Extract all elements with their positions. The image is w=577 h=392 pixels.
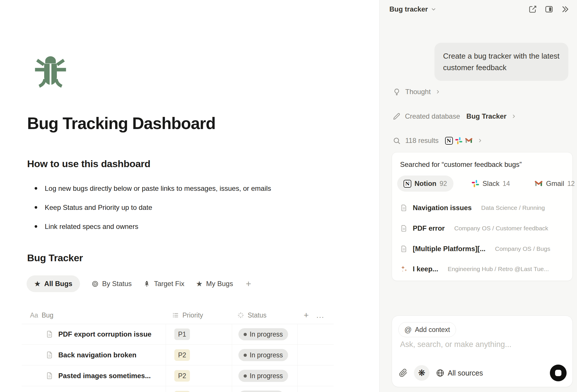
search-results-card: Searched for “customer feedback bugs” N …	[392, 152, 573, 281]
status-property-icon	[237, 312, 244, 319]
bug-page-icon[interactable]	[32, 53, 69, 88]
status-dot	[244, 333, 247, 336]
column-label: Priority	[182, 311, 203, 319]
search-result-item[interactable]: PDF error Company OS / Customer feedback	[400, 221, 566, 235]
composer-input[interactable]	[400, 340, 562, 349]
table-row[interactable]	[22, 386, 334, 392]
view-tab-label: All Bugs	[44, 280, 72, 288]
target-icon	[92, 280, 99, 288]
bullet-text: Link related specs and owners	[45, 222, 138, 231]
bullet-marker	[35, 206, 37, 209]
document-icon	[400, 245, 408, 253]
at-sign-icon: @	[404, 326, 412, 334]
view-tab-target-fix[interactable]: Target Fix	[143, 275, 184, 292]
result-title: [Multiple Platforms][...	[413, 245, 485, 253]
chevron-right-icon	[435, 89, 440, 94]
source-logos: N	[445, 137, 473, 145]
search-result-item[interactable]: I keep... Engineering Hub / Retro @Last …	[400, 262, 566, 276]
composer: @ Add context ❋ All sources	[392, 316, 573, 387]
add-view-button[interactable]: +	[246, 279, 251, 289]
star-icon: ★	[196, 280, 203, 288]
openai-icon: ❋	[418, 369, 425, 377]
source-name: Slack	[483, 180, 500, 188]
document-icon	[400, 225, 408, 232]
priority-cell[interactable]	[174, 391, 190, 392]
search-result-item[interactable]: Navigation issues Data Science / Running	[400, 201, 566, 215]
source-name: Gmail	[546, 180, 564, 188]
add-column-button[interactable]: +	[304, 307, 309, 324]
view-tab-label: Target Fix	[154, 280, 184, 288]
bullet-item: Keep Status and Priority up to date	[35, 203, 271, 212]
star-icon: ★	[34, 280, 41, 288]
bug-title: PDF export corruption issue	[58, 330, 152, 338]
chevron-right-icon	[477, 138, 483, 143]
notion-icon: N	[445, 137, 453, 145]
step-created-database[interactable]: Created database Bug Tracker	[393, 110, 516, 123]
collapse-panel-icon[interactable]	[561, 5, 569, 14]
status-dot	[244, 354, 247, 357]
priority-cell[interactable]: P2	[174, 349, 190, 361]
bug-title-cell[interactable]: PDF export corruption issue	[46, 324, 152, 345]
source-tab-notion[interactable]: N Notion 92	[397, 176, 453, 192]
pencil-icon	[393, 113, 400, 120]
bullet-marker	[35, 225, 37, 228]
result-meta: Company OS / Bugs	[495, 245, 550, 252]
column-header-bug[interactable]: Aa Bug	[30, 307, 53, 324]
table-row[interactable]: PDF export corruption issue P1 In progre…	[22, 324, 334, 345]
view-tab-all-bugs[interactable]: ★ All Bugs	[27, 275, 80, 292]
document-page: Bug Tracking Dashboard How to use this d…	[0, 0, 379, 392]
bug-title-cell[interactable]: Pasted images sometimes...	[46, 365, 151, 386]
status-cell[interactable]: In progress	[238, 328, 288, 340]
table-row[interactable]: Pasted images sometimes... P2 In progres…	[22, 365, 334, 386]
status-cell[interactable]	[238, 391, 284, 392]
howto-bullet-list: Log new bugs directly below or paste lin…	[35, 184, 271, 241]
slack-icon	[455, 137, 463, 145]
step-search-results[interactable]: 118 results N	[393, 134, 483, 147]
table-options-button[interactable]: ...	[316, 307, 324, 324]
source-count: 92	[440, 180, 447, 188]
thread-title: Bug tracker	[389, 5, 428, 13]
bug-title-cell[interactable]	[46, 386, 58, 392]
gmail-icon	[465, 137, 473, 145]
bullet-text: Keep Status and Priority up to date	[45, 203, 152, 212]
table-row[interactable]: Back navigation broken P2 In progress	[22, 345, 334, 365]
bullet-marker	[35, 187, 37, 190]
add-context-button[interactable]: @ Add context	[398, 322, 456, 337]
thread-title-dropdown[interactable]: Bug tracker	[389, 5, 436, 13]
status-cell[interactable]: In progress	[238, 349, 288, 361]
new-chat-icon[interactable]	[529, 5, 537, 14]
app-window: Bug Tracking Dashboard How to use this d…	[0, 0, 577, 392]
notion-icon: N	[404, 180, 411, 188]
sidebar-toggle-icon[interactable]	[545, 5, 553, 14]
lightbulb-icon	[393, 88, 401, 96]
view-tab-label: By Status	[102, 280, 132, 288]
status-cell[interactable]: In progress	[238, 370, 288, 382]
source-tab-slack[interactable]: Slack 14	[465, 176, 516, 192]
bug-title-cell[interactable]: Back navigation broken	[46, 345, 137, 365]
column-header-status[interactable]: Status	[237, 307, 266, 324]
priority-cell[interactable]: P2	[174, 370, 190, 382]
search-result-item[interactable]: [Multiple Platforms][... Company OS / Bu…	[400, 242, 566, 256]
result-title: Navigation issues	[413, 204, 472, 212]
view-tab-my-bugs[interactable]: ★ My Bugs	[196, 275, 233, 292]
source-tab-gmail[interactable]: Gmail 12	[528, 176, 577, 192]
search-icon	[393, 137, 401, 145]
step-value: Bug Tracker	[466, 112, 507, 120]
result-meta: Company OS / Customer feedback	[454, 225, 548, 232]
step-thought[interactable]: Thought	[393, 85, 440, 98]
source-name: Notion	[414, 180, 436, 188]
stop-button[interactable]	[550, 365, 567, 381]
search-card-title: Searched for “customer feedback bugs”	[400, 160, 522, 169]
view-tab-by-status[interactable]: By Status	[92, 275, 132, 292]
step-label: Thought	[405, 88, 431, 96]
slack-icon	[471, 180, 479, 188]
source-count: 12	[567, 180, 575, 188]
panel-header: Bug tracker	[380, 0, 577, 18]
attachment-icon[interactable]	[399, 369, 408, 377]
all-sources-selector[interactable]: All sources	[436, 369, 483, 377]
priority-cell[interactable]: P1	[174, 328, 190, 340]
model-selector-button[interactable]: ❋	[414, 365, 430, 381]
column-header-priority[interactable]: Priority	[172, 307, 203, 324]
status-dot	[244, 374, 247, 378]
document-icon	[400, 204, 408, 212]
